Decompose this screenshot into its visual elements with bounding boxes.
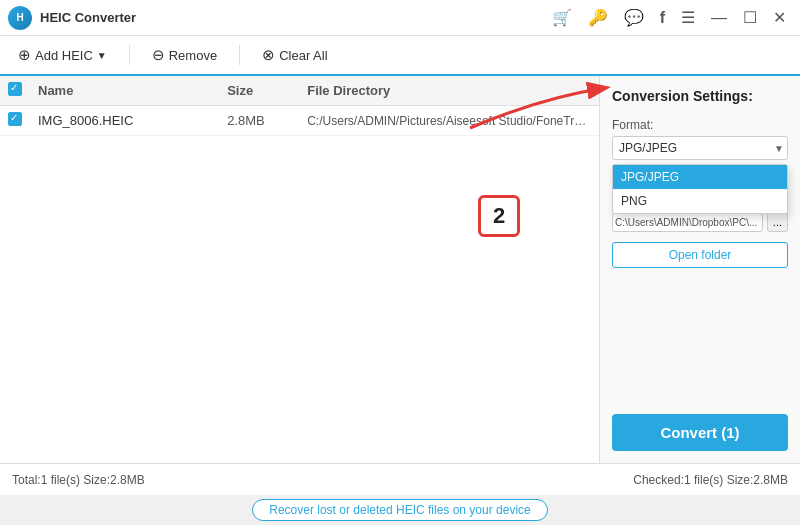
convert-button[interactable]: Convert (1) <box>612 414 788 451</box>
row-checkbox[interactable] <box>8 112 22 126</box>
recover-link-button[interactable]: Recover lost or deleted HEIC files on yo… <box>252 499 547 521</box>
status-bar: Total:1 file(s) Size:2.8MB Checked:1 fil… <box>0 463 800 495</box>
close-icon[interactable]: ✕ <box>767 6 792 29</box>
title-bar-controls: 🛒 🔑 💬 f ☰ — ☐ ✕ <box>546 6 792 29</box>
chat-icon[interactable]: 💬 <box>618 6 650 29</box>
bottom-bar: Recover lost or deleted HEIC files on yo… <box>0 495 800 525</box>
toolbar-divider <box>129 45 130 65</box>
menu-icon[interactable]: ☰ <box>675 6 701 29</box>
format-select[interactable]: JPG/JPEG PNG <box>612 136 788 160</box>
facebook-icon[interactable]: f <box>654 7 671 29</box>
maximize-icon[interactable]: ☐ <box>737 6 763 29</box>
table-header: Name Size File Directory <box>0 76 599 106</box>
main-layout: Name Size File Directory IMG_8006.HEIC 2… <box>0 76 800 463</box>
row-name: IMG_8006.HEIC <box>38 113 227 128</box>
toolbar: ⊕ Add HEIC ▼ ⊖ Remove ⊗ Clear All <box>0 36 800 76</box>
header-check <box>8 82 38 99</box>
add-heic-button[interactable]: ⊕ Add HEIC ▼ <box>12 42 113 68</box>
key-icon[interactable]: 🔑 <box>582 6 614 29</box>
file-list-area: Name Size File Directory IMG_8006.HEIC 2… <box>0 76 600 463</box>
title-bar: H HEIC Converter 🛒 🔑 💬 f ☰ — ☐ ✕ <box>0 0 800 36</box>
right-panel: Conversion Settings: Format: JPG/JPEG PN… <box>600 76 800 463</box>
browse-button[interactable]: ... <box>767 212 788 232</box>
header-directory: File Directory <box>307 83 591 98</box>
app-logo: H <box>8 6 32 30</box>
dropdown-item-jpg[interactable]: JPG/JPEG <box>613 165 787 189</box>
panel-title: Conversion Settings: <box>612 88 788 104</box>
clear-all-button[interactable]: ⊗ Clear All <box>256 42 333 68</box>
cart-icon[interactable]: 🛒 <box>546 6 578 29</box>
path-row: C:\Users\ADMIN\Dropbox\PC\... ... <box>612 212 788 232</box>
select-all-checkbox[interactable] <box>8 82 22 96</box>
status-left: Total:1 file(s) Size:2.8MB <box>12 473 145 487</box>
output-path-input[interactable]: C:\Users\ADMIN\Dropbox\PC\... <box>612 213 763 232</box>
format-field: Format: JPG/JPEG PNG ▼ JPG/JPEG PNG <box>612 118 788 160</box>
row-size: 2.8MB <box>227 113 307 128</box>
dropdown-item-png[interactable]: PNG <box>613 189 787 213</box>
status-right: Checked:1 file(s) Size:2.8MB <box>633 473 788 487</box>
row-check <box>8 112 38 129</box>
format-label: Format: <box>612 118 788 132</box>
format-select-wrapper: JPG/JPEG PNG ▼ JPG/JPEG PNG <box>612 136 788 160</box>
row-directory: C:/Users/ADMIN/Pictures/Aiseesoft Studio… <box>307 114 591 128</box>
header-name: Name <box>38 83 227 98</box>
clear-icon: ⊗ <box>262 46 275 64</box>
toolbar-divider-2 <box>239 45 240 65</box>
header-size: Size <box>227 83 307 98</box>
open-folder-button[interactable]: Open folder <box>612 242 788 268</box>
table-row[interactable]: IMG_8006.HEIC 2.8MB C:/Users/ADMIN/Pictu… <box>0 106 599 136</box>
format-dropdown[interactable]: JPG/JPEG PNG <box>612 164 788 214</box>
app-title: HEIC Converter <box>40 10 136 25</box>
app-wrapper: H HEIC Converter 🛒 🔑 💬 f ☰ — ☐ ✕ ⊕ Add H… <box>0 0 800 525</box>
remove-icon: ⊖ <box>152 46 165 64</box>
table-body: IMG_8006.HEIC 2.8MB C:/Users/ADMIN/Pictu… <box>0 106 599 463</box>
remove-button[interactable]: ⊖ Remove <box>146 42 223 68</box>
minimize-icon[interactable]: — <box>705 7 733 29</box>
add-icon: ⊕ <box>18 46 31 64</box>
dropdown-arrow-icon: ▼ <box>97 50 107 61</box>
